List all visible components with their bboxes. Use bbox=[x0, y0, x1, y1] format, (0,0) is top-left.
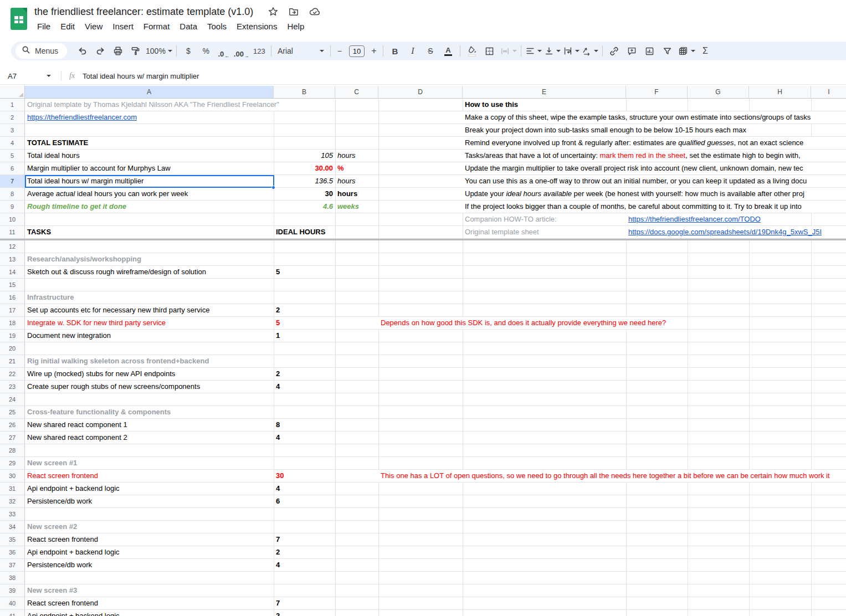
row-header-35[interactable]: 35 bbox=[0, 533, 25, 546]
col-header-D[interactable]: D bbox=[378, 86, 463, 99]
col-header-E[interactable]: E bbox=[463, 86, 626, 99]
row-header-40[interactable]: 40 bbox=[0, 597, 25, 610]
menu-insert[interactable]: Insert bbox=[107, 20, 139, 33]
borders-button[interactable] bbox=[481, 44, 499, 58]
cell-E10[interactable]: Companion HOW-TO article: bbox=[463, 213, 626, 225]
cell-A18[interactable]: Integrate w. SDK for new third party ser… bbox=[25, 317, 274, 329]
row-header-27[interactable]: 27 bbox=[0, 432, 25, 444]
cell-A14[interactable]: Sketch out & discuss rough wireframe/des… bbox=[25, 266, 274, 278]
cell-A39[interactable]: New screen #3 bbox=[25, 584, 274, 597]
cell-E2[interactable]: Make a copy of this sheet, wipe the exam… bbox=[463, 111, 846, 124]
cell-B27[interactable]: 4 bbox=[274, 432, 335, 444]
row-header-25[interactable]: 25 bbox=[0, 406, 25, 419]
cell-A34[interactable]: New screen #2 bbox=[25, 521, 274, 533]
functions-button[interactable]: Σ bbox=[696, 44, 714, 58]
row-header-4[interactable]: 4 bbox=[0, 137, 25, 150]
text-wrapping-button[interactable] bbox=[562, 44, 581, 58]
row-header-33[interactable]: 33 bbox=[0, 508, 25, 521]
cell-B8[interactable]: 30 bbox=[274, 188, 335, 200]
cell-C9[interactable]: weeks bbox=[335, 201, 378, 213]
cell-B19[interactable]: 1 bbox=[274, 330, 335, 342]
redo-button[interactable] bbox=[91, 44, 109, 58]
undo-button[interactable] bbox=[74, 44, 91, 58]
cell-B7[interactable]: 136.5 bbox=[274, 175, 335, 187]
italic-button[interactable]: I bbox=[404, 44, 422, 58]
cell-A4[interactable]: TOTAL ESTIMATE bbox=[25, 137, 274, 149]
col-header-H[interactable]: H bbox=[749, 86, 811, 99]
cell-B32[interactable]: 6 bbox=[274, 495, 335, 507]
cell-E9[interactable]: If the project looks bigger than a coupl… bbox=[463, 201, 846, 213]
fill-handle[interactable] bbox=[271, 186, 275, 189]
font-family-selector[interactable]: Arial bbox=[276, 44, 325, 58]
cell-A17[interactable]: Set up accounts etc for necessary new th… bbox=[25, 304, 274, 316]
row-header-41[interactable]: 41 bbox=[0, 610, 25, 616]
col-header-F[interactable]: F bbox=[626, 86, 688, 99]
row-header-2[interactable]: 2 bbox=[0, 111, 25, 124]
cell-A40[interactable]: React screen frontend bbox=[25, 597, 274, 609]
row-header-1[interactable]: 1 bbox=[0, 99, 25, 111]
star-icon[interactable] bbox=[268, 6, 279, 17]
cell-A35[interactable]: React screen frontend bbox=[25, 533, 274, 546]
format-percent-button[interactable]: % bbox=[197, 44, 215, 58]
cell-A27[interactable]: New shared react component 2 bbox=[25, 432, 274, 444]
document-title[interactable]: the friendliest freelancer: estimate tem… bbox=[34, 6, 253, 18]
cell-B36[interactable]: 2 bbox=[274, 546, 335, 558]
row-header-9[interactable]: 9 bbox=[0, 201, 25, 213]
cell-E8[interactable]: Update your ideal hours available per we… bbox=[463, 188, 846, 200]
row-header-18[interactable]: 18 bbox=[0, 317, 25, 330]
cell-A29[interactable]: New screen #1 bbox=[25, 457, 274, 469]
row-header-31[interactable]: 31 bbox=[0, 482, 25, 495]
cell-E11[interactable]: Original template sheet bbox=[463, 226, 626, 238]
col-header-I[interactable]: I bbox=[811, 86, 846, 99]
cell-B26[interactable]: 8 bbox=[274, 419, 335, 431]
row-header-3[interactable]: 3 bbox=[0, 124, 25, 137]
row-header-32[interactable]: 32 bbox=[0, 495, 25, 508]
cell-C5[interactable]: hours bbox=[335, 150, 378, 162]
cell-A22[interactable]: Wire up (mocked) stubs for new API endpo… bbox=[25, 368, 274, 380]
cell-B41[interactable]: 2 bbox=[274, 610, 335, 616]
row-header-13[interactable]: 13 bbox=[0, 253, 25, 266]
cell-D18[interactable]: Depends on how good this SDK is, and doe… bbox=[378, 317, 688, 329]
row-header-39[interactable]: 39 bbox=[0, 584, 25, 597]
row-header-36[interactable]: 36 bbox=[0, 546, 25, 559]
horizontal-align-button[interactable] bbox=[524, 44, 543, 58]
menu-edit[interactable]: Edit bbox=[55, 20, 80, 33]
row-header-21[interactable]: 21 bbox=[0, 355, 25, 368]
paint-format-button[interactable] bbox=[127, 44, 145, 58]
name-box[interactable]: A7 bbox=[0, 72, 55, 80]
row-header-14[interactable]: 14 bbox=[0, 266, 25, 279]
menus-search-button[interactable]: Menus bbox=[16, 43, 67, 59]
cell-A5[interactable]: Total ideal hours bbox=[25, 150, 274, 162]
cell-E7[interactable]: You can use this as a one-off way to thr… bbox=[463, 175, 846, 187]
cell-A8[interactable]: Average actual ideal hours you can work … bbox=[25, 188, 274, 200]
cell-A1[interactable]: Original template by Thomas Kjeldahl Nil… bbox=[25, 99, 335, 111]
cell-E5[interactable]: Tasks/areas that have a lot of uncertain… bbox=[463, 150, 846, 162]
cell-A31[interactable]: Api endpoint + backend logic bbox=[25, 482, 274, 495]
text-rotation-button[interactable] bbox=[581, 44, 599, 58]
menu-data[interactable]: Data bbox=[175, 20, 202, 33]
row-header-26[interactable]: 26 bbox=[0, 419, 25, 432]
cell-A37[interactable]: Persistence/db work bbox=[25, 559, 274, 571]
cell-B31[interactable]: 4 bbox=[274, 482, 335, 495]
row-header-7[interactable]: 7 bbox=[0, 175, 25, 188]
strikethrough-button[interactable]: S bbox=[422, 44, 439, 58]
formula-input[interactable]: Total ideal hours w/ margin multiplier bbox=[83, 72, 199, 80]
select-all-corner[interactable] bbox=[0, 86, 25, 99]
row-header-6[interactable]: 6 bbox=[0, 162, 25, 175]
row-header-11[interactable]: 11 bbox=[0, 226, 25, 239]
frozen-rows-divider[interactable] bbox=[0, 239, 846, 240]
menu-extensions[interactable]: Extensions bbox=[232, 20, 282, 33]
cell-A6[interactable]: Margin multiplier to account for Murphys… bbox=[25, 162, 274, 174]
menu-format[interactable]: Format bbox=[139, 20, 175, 33]
row-header-37[interactable]: 37 bbox=[0, 559, 25, 572]
col-header-C[interactable]: C bbox=[335, 86, 378, 99]
cell-A41[interactable]: Api endpoint + backend logic bbox=[25, 610, 274, 616]
row-header-5[interactable]: 5 bbox=[0, 150, 25, 162]
bold-button[interactable]: B bbox=[386, 44, 404, 58]
merge-cells-button[interactable] bbox=[499, 44, 518, 58]
more-formats-button[interactable]: 123 bbox=[250, 44, 268, 58]
cell-A36[interactable]: Api endpoint + backend logic bbox=[25, 546, 274, 558]
increase-font-size-button[interactable]: + bbox=[368, 44, 380, 58]
row-header-20[interactable]: 20 bbox=[0, 342, 25, 355]
cell-A9[interactable]: Rough timeline to get it done bbox=[25, 201, 274, 213]
